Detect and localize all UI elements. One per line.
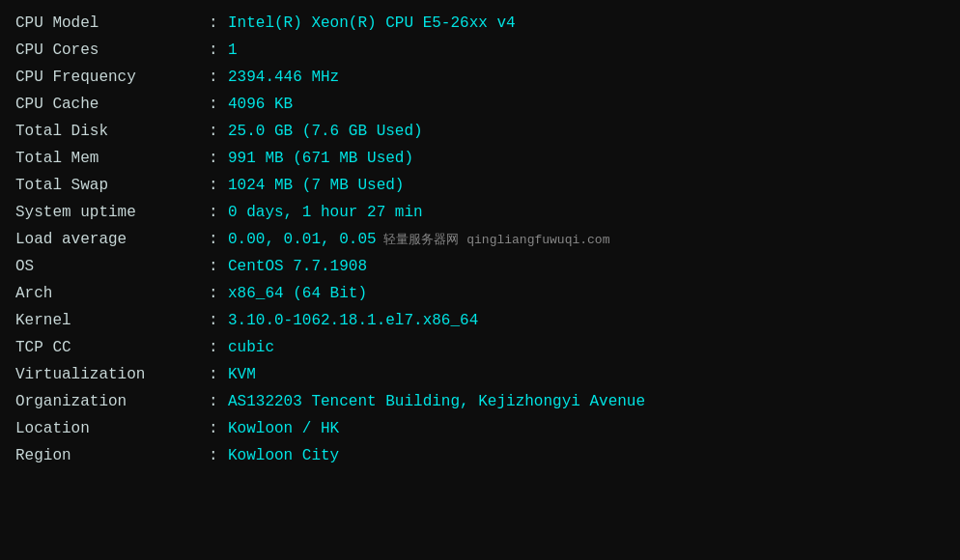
row-separator: : <box>209 199 228 226</box>
row-label: Location <box>15 415 209 442</box>
table-row: TCP CC:cubic <box>15 334 945 361</box>
row-separator: : <box>209 118 228 145</box>
row-separator: : <box>209 91 228 118</box>
row-value: 25.0 GB (7.6 GB Used) <box>228 118 945 145</box>
row-separator: : <box>209 388 228 415</box>
table-row: System uptime:0 days, 1 hour 27 min <box>15 199 945 226</box>
table-row: Load average:0.00, 0.01, 0.05 轻量服务器网 qin… <box>15 226 945 253</box>
row-separator: : <box>209 415 228 442</box>
system-info-table: CPU Model:Intel(R) Xeon(R) CPU E5-26xx v… <box>15 10 945 469</box>
row-value: 0 days, 1 hour 27 min <box>228 199 945 226</box>
row-value: 1024 MB (7 MB Used) <box>228 172 945 199</box>
table-row: CPU Model:Intel(R) Xeon(R) CPU E5-26xx v… <box>15 10 945 37</box>
row-separator: : <box>209 307 228 334</box>
row-value: 4096 KB <box>228 91 945 118</box>
table-row: CPU Frequency:2394.446 MHz <box>15 64 945 91</box>
table-row: Total Swap:1024 MB (7 MB Used) <box>15 172 945 199</box>
row-label: System uptime <box>15 199 209 226</box>
table-row: Organization:AS132203 Tencent Building, … <box>15 388 945 415</box>
row-label: Region <box>15 442 209 469</box>
row-value: Kowloon / HK <box>228 415 945 442</box>
row-value: cubic <box>228 334 945 361</box>
row-separator: : <box>209 361 228 388</box>
table-row: Arch:x86_64 (64 Bit) <box>15 280 945 307</box>
row-label: Arch <box>15 280 209 307</box>
row-label: TCP CC <box>15 334 209 361</box>
watermark-text: 轻量服务器网 qingliangfuwuqi.com <box>377 233 610 247</box>
table-row: Total Mem:991 MB (671 MB Used) <box>15 145 945 172</box>
row-value: 2394.446 MHz <box>228 64 945 91</box>
table-row: Region:Kowloon City <box>15 442 945 469</box>
row-separator: : <box>209 280 228 307</box>
row-value: 3.10.0-1062.18.1.el7.x86_64 <box>228 307 945 334</box>
row-value: CentOS 7.7.1908 <box>228 253 945 280</box>
row-separator: : <box>209 64 228 91</box>
row-label: OS <box>15 253 209 280</box>
row-label: CPU Model <box>15 10 209 37</box>
row-value: KVM <box>228 361 945 388</box>
row-label: Kernel <box>15 307 209 334</box>
row-label: Total Disk <box>15 118 209 145</box>
row-label: Organization <box>15 388 209 415</box>
row-separator: : <box>209 334 228 361</box>
row-value: 1 <box>228 37 945 64</box>
row-separator: : <box>209 10 228 37</box>
row-value: AS132203 Tencent Building, Kejizhongyi A… <box>228 388 945 415</box>
row-value: Kowloon City <box>228 442 945 469</box>
row-label: Total Mem <box>15 145 209 172</box>
row-value: x86_64 (64 Bit) <box>228 280 945 307</box>
row-separator: : <box>209 442 228 469</box>
row-separator: : <box>209 226 228 253</box>
table-row: Virtualization:KVM <box>15 361 945 388</box>
row-label: CPU Frequency <box>15 64 209 91</box>
row-value: 0.00, 0.01, 0.05 轻量服务器网 qingliangfuwuqi.… <box>228 226 945 253</box>
row-separator: : <box>209 145 228 172</box>
table-row: Location:Kowloon / HK <box>15 415 945 442</box>
row-separator: : <box>209 172 228 199</box>
row-label: Total Swap <box>15 172 209 199</box>
row-label: CPU Cores <box>15 37 209 64</box>
table-row: CPU Cache:4096 KB <box>15 91 945 118</box>
table-row: CPU Cores:1 <box>15 37 945 64</box>
row-separator: : <box>209 253 228 280</box>
row-label: CPU Cache <box>15 91 209 118</box>
row-label: Virtualization <box>15 361 209 388</box>
row-label: Load average <box>15 226 209 253</box>
table-row: Total Disk:25.0 GB (7.6 GB Used) <box>15 118 945 145</box>
table-row: Kernel:3.10.0-1062.18.1.el7.x86_64 <box>15 307 945 334</box>
row-value: Intel(R) Xeon(R) CPU E5-26xx v4 <box>228 10 945 37</box>
row-value: 991 MB (671 MB Used) <box>228 145 945 172</box>
table-row: OS:CentOS 7.7.1908 <box>15 253 945 280</box>
row-separator: : <box>209 37 228 64</box>
